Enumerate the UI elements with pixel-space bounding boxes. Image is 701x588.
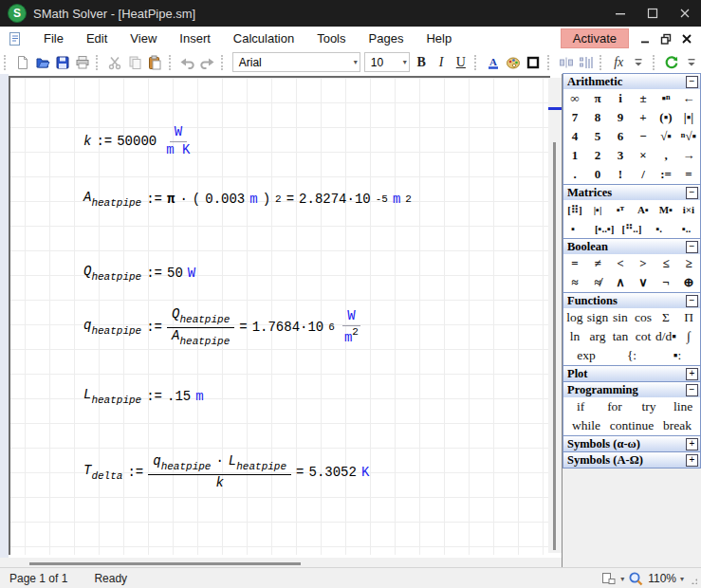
palette-button[interactable]: [⠿] [563, 204, 586, 216]
palette-button[interactable]: |▪| [677, 110, 700, 125]
palette-button[interactable]: (▪) [655, 110, 677, 125]
palette-button[interactable]: ≤ [655, 256, 677, 271]
background-color-button[interactable] [504, 52, 524, 72]
worksheet-page[interactable]: k := 50000 W m K Aheatpipe := π · ( 0.00… [9, 76, 550, 555]
palette-button[interactable]: Σ [655, 310, 677, 325]
chevron-down-icon[interactable]: ▾ [620, 575, 624, 583]
maximize-button[interactable] [636, 0, 669, 27]
palette-button[interactable]: 1 [563, 148, 586, 163]
palette-button[interactable]: sign [586, 310, 609, 325]
palette-button[interactable]: 4 [563, 129, 586, 144]
palette-button[interactable]: [▪..▪] [591, 223, 618, 234]
palette-header-functions[interactable]: Functions − [563, 293, 700, 308]
font-color-button[interactable]: A [484, 52, 504, 72]
collapse-icon[interactable]: − [686, 241, 698, 253]
save-button[interactable] [52, 52, 72, 72]
palette-button[interactable]: break [655, 418, 700, 433]
palette-button[interactable]: × [632, 148, 655, 163]
palette-button[interactable]: line [666, 399, 700, 414]
palette-button[interactable]: try [632, 399, 666, 414]
menu-item[interactable]: Calculation [222, 28, 305, 48]
palette-button[interactable]: 5 [586, 129, 609, 144]
palette-button[interactable]: < [609, 256, 632, 271]
resize-grip[interactable] [688, 573, 697, 584]
palette-button[interactable]: ln [563, 329, 586, 344]
palette-button[interactable]: = [563, 256, 586, 271]
palette-button[interactable]: √▪ [655, 129, 677, 144]
palette-button[interactable]: cos [632, 310, 655, 325]
menu-item[interactable]: Insert [168, 28, 222, 48]
palette-button[interactable]: ⁿ√▪ [677, 129, 700, 144]
palette-button[interactable]: ▪⃗ [563, 223, 591, 234]
palette-button[interactable]: for [598, 399, 632, 414]
palette-button[interactable]: ≠ [586, 256, 609, 271]
palette-button[interactable]: 0 [586, 167, 609, 182]
border-button[interactable] [524, 52, 544, 72]
cut-button[interactable] [105, 52, 125, 72]
menu-item[interactable]: Help [415, 28, 463, 48]
palette-button[interactable]: 8 [586, 110, 609, 125]
formula-tdelta[interactable]: Tdelta := qheatpipe · Lheatpipe k = 5.30… [83, 453, 369, 491]
font-size-select[interactable]: 10 ▾ [364, 52, 410, 72]
zoom-level[interactable]: 110% [648, 572, 676, 585]
collapse-icon[interactable]: − [686, 187, 698, 199]
collapse-icon[interactable]: − [686, 76, 698, 88]
palette-header-symbols-lower[interactable]: Symbols (α-ω) + [563, 436, 700, 451]
palette-button[interactable]: ∨ [632, 275, 655, 290]
page-view-icon[interactable] [600, 571, 617, 586]
palette-header-matrices[interactable]: Matrices − [563, 185, 700, 200]
mdi-restore-button[interactable] [657, 30, 674, 47]
palette-button[interactable]: ≉ [586, 275, 609, 290]
palette-button[interactable]: ! [609, 167, 632, 182]
palette-button[interactable]: → [677, 148, 700, 163]
palette-button[interactable]: tan [609, 329, 632, 344]
font-family-select[interactable]: Arial ▾ [232, 52, 360, 72]
palette-header-arithmetic[interactable]: Arithmetic − [563, 74, 700, 89]
align-horizontal-button[interactable] [556, 52, 576, 72]
menu-item[interactable]: Tools [305, 28, 357, 48]
horizontal-scrollbar-thumb[interactable] [29, 562, 301, 565]
palette-button[interactable]: ∞ [563, 91, 586, 106]
collapse-icon[interactable]: − [686, 295, 698, 307]
palette-button[interactable]: . [563, 167, 586, 182]
palette-button[interactable]: = [677, 167, 700, 182]
palette-button[interactable]: ▪: [655, 348, 700, 363]
toolbar-overflow-button[interactable] [681, 52, 701, 72]
copy-button[interactable] [125, 52, 145, 72]
italic-button[interactable]: I [432, 52, 452, 72]
mdi-minimize-button[interactable] [636, 30, 654, 47]
formula-heat[interactable]: Qheatpipe := 50 W [83, 264, 195, 283]
formula-length[interactable]: Lheatpipe := .15 m [83, 387, 204, 406]
new-button[interactable] [13, 52, 33, 72]
palette-button[interactable]: continue [609, 418, 655, 433]
palette-button[interactable]: i [609, 91, 632, 106]
palette-button[interactable]: while [563, 418, 609, 433]
palette-button[interactable]: i×i [677, 204, 700, 215]
palette-header-plot[interactable]: Plot + [563, 366, 700, 381]
palette-button[interactable]: ¬ [655, 275, 677, 290]
palette-button[interactable]: Π [677, 310, 700, 325]
vertical-scrollbar[interactable] [548, 78, 562, 553]
close-button[interactable] [669, 0, 701, 27]
palette-button[interactable]: 9 [609, 110, 632, 125]
palette-header-programming[interactable]: Programming − [563, 382, 700, 397]
expand-icon[interactable]: + [686, 438, 698, 450]
palette-button[interactable]: {: [609, 348, 655, 363]
paste-button[interactable] [145, 52, 165, 72]
expand-icon[interactable]: + [686, 368, 698, 380]
palette-button[interactable]: |▪| [586, 204, 609, 215]
palette-button[interactable]: M▪ [655, 204, 677, 215]
palette-button[interactable]: ⊕ [677, 275, 700, 290]
menu-item[interactable]: File [32, 28, 75, 48]
menu-item[interactable]: Pages [358, 28, 415, 48]
chevron-down-icon[interactable]: ▾ [680, 575, 684, 583]
palette-button[interactable]: sin [609, 310, 632, 325]
palette-button[interactable]: ∫ [677, 329, 700, 344]
worksheet-canvas[interactable]: k := 50000 W m K Aheatpipe := π · ( 0.00… [0, 74, 562, 567]
palette-button[interactable]: 6 [609, 129, 632, 144]
redo-button[interactable] [197, 52, 217, 72]
palette-button[interactable]: cot [632, 329, 655, 344]
print-button[interactable] [72, 52, 92, 72]
palette-button[interactable]: / [632, 167, 655, 182]
menu-item[interactable]: Edit [75, 28, 119, 48]
